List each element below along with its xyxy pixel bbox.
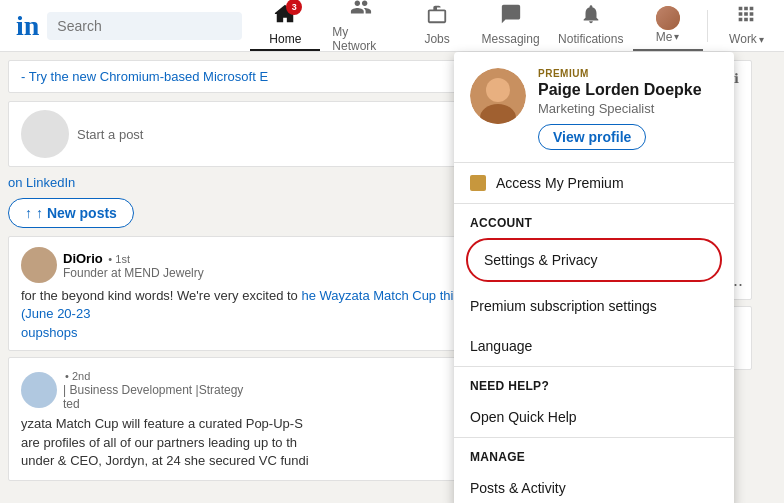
work-label-row: Work ▾ (729, 32, 764, 46)
nav-divider (707, 10, 708, 42)
me-chevron-icon: ▾ (674, 31, 679, 42)
svg-point-1 (486, 78, 510, 102)
notifications-icon (580, 3, 602, 30)
network-icon (350, 0, 372, 23)
posts-activity-item[interactable]: Posts & Activity (454, 468, 734, 503)
work-grid-icon (735, 3, 757, 30)
post1-avatar (21, 247, 57, 283)
arrow-up-icon: ↑ (25, 205, 32, 221)
language-item[interactable]: Language (454, 326, 734, 366)
post1-name: DiOrio (63, 251, 103, 266)
me-avatar (656, 6, 680, 30)
nav-items: 3 Home My Network Jobs Messaging (250, 0, 784, 51)
post-input-area[interactable]: Start a post (77, 127, 489, 142)
post2-role: | Business Development |Strategy (63, 383, 243, 397)
home-badge: 3 (286, 0, 302, 15)
post-avatar (21, 110, 69, 158)
premium-subscription-label: Premium subscription settings (470, 298, 657, 314)
dropdown-user-title: Marketing Specialist (538, 101, 718, 116)
dropdown-avatar (470, 68, 526, 124)
post2-text: yzata Match Cup will feature a curated P… (21, 415, 519, 470)
settings-privacy-label: Settings & Privacy (484, 252, 598, 268)
open-quick-help-item[interactable]: Open Quick Help (454, 397, 734, 437)
post2-avatar (21, 372, 57, 408)
need-help-section-label: NEED HELP? (454, 366, 734, 397)
access-premium-label: Access My Premium (496, 175, 624, 191)
post1-degree: • 1st (108, 253, 130, 265)
network-label: My Network (332, 25, 390, 53)
new-posts-button[interactable]: ↑ ↑ New posts (8, 198, 134, 228)
dropdown-user-name: Paige Lorden Doepke (538, 81, 718, 99)
chromium-banner-text: - Try the new Chromium-based Microsoft E (21, 69, 268, 84)
premium-subscription-item[interactable]: Premium subscription settings (454, 286, 734, 326)
me-label: Me (656, 30, 673, 44)
view-profile-button[interactable]: View profile (538, 124, 646, 150)
nav-jobs[interactable]: Jobs (402, 0, 472, 51)
post1-groupshops-link[interactable]: oupshops (21, 325, 519, 340)
premium-icon (470, 175, 486, 191)
me-label-row: Me ▾ (656, 30, 680, 44)
work-label: Work (729, 32, 757, 46)
nav-work[interactable]: Work ▾ (711, 0, 781, 51)
nav-notifications[interactable]: Notifications (549, 0, 633, 51)
dropdown-user-section: PREMIUM Paige Lorden Doepke Marketing Sp… (454, 52, 734, 163)
linkedin-logo: in (16, 12, 39, 40)
dropdown-user-info: PREMIUM Paige Lorden Doepke Marketing Sp… (538, 68, 718, 150)
home-icon: 3 (274, 3, 296, 30)
linkedin-link-text: on LinkedIn (8, 175, 75, 190)
jobs-label: Jobs (424, 32, 449, 46)
new-posts-label: ↑ New posts (36, 205, 117, 221)
posts-activity-label: Posts & Activity (470, 480, 566, 496)
search-input[interactable] (47, 12, 242, 40)
premium-badge: PREMIUM (538, 68, 718, 79)
nav-network[interactable]: My Network (320, 0, 402, 51)
nav-messaging[interactable]: Messaging (472, 0, 549, 51)
post1-text: for the beyond kind words! We're very ex… (21, 287, 519, 323)
me-dropdown: PREMIUM Paige Lorden Doepke Marketing Sp… (454, 52, 734, 503)
post1-role: Founder at MEND Jewelry (63, 266, 204, 280)
manage-section-label: MANAGE (454, 437, 734, 468)
language-label: Language (470, 338, 532, 354)
account-section-label: ACCOUNT (454, 203, 734, 234)
work-chevron-icon: ▾ (759, 34, 764, 45)
home-label: Home (269, 32, 301, 46)
top-navigation: in 3 Home My Network Jobs (0, 0, 784, 52)
post2-degree: • 2nd (65, 370, 90, 382)
post2-sub: ted (63, 397, 243, 411)
sidebar-info-icon: ℹ (734, 71, 739, 86)
nav-home[interactable]: 3 Home (250, 0, 320, 51)
nav-me[interactable]: Me ▾ (633, 0, 703, 51)
access-premium-item[interactable]: Access My Premium (454, 163, 734, 203)
messaging-icon (500, 3, 522, 30)
open-quick-help-label: Open Quick Help (470, 409, 577, 425)
messaging-label: Messaging (482, 32, 540, 46)
settings-privacy-item[interactable]: Settings & Privacy (466, 238, 722, 282)
notifications-label: Notifications (558, 32, 623, 46)
jobs-icon (426, 3, 448, 30)
